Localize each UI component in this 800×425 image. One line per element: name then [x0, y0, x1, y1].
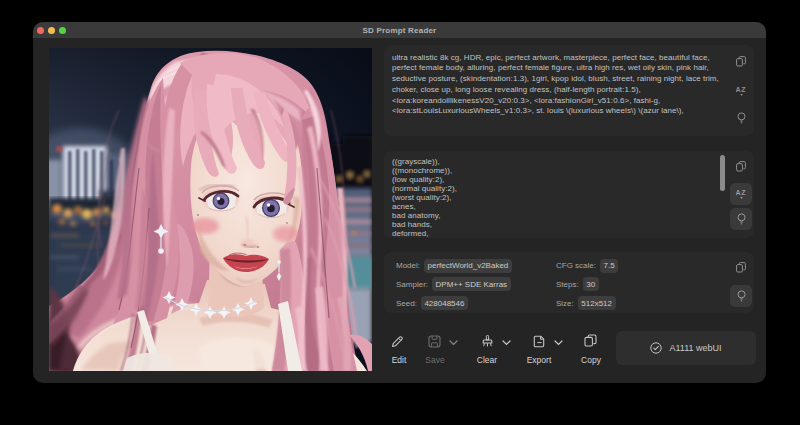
svg-text:Z: Z: [741, 189, 746, 196]
svg-text:A: A: [736, 86, 741, 93]
svg-text:Z: Z: [741, 86, 746, 93]
svg-text:A: A: [736, 189, 741, 196]
